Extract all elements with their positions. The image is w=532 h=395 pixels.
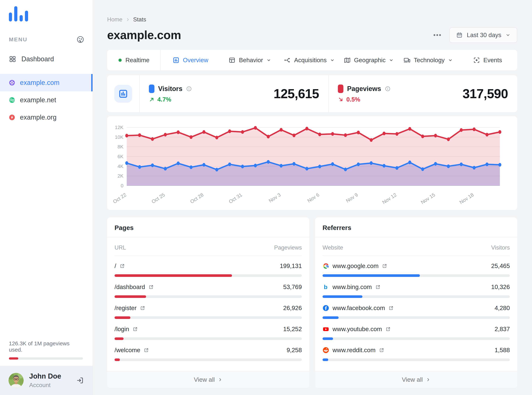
- pageviews-point: [344, 133, 347, 137]
- logout-icon[interactable]: [76, 376, 84, 384]
- pageviews-point: [408, 127, 411, 131]
- table-row: /login15,252: [115, 319, 302, 340]
- page-url-link[interactable]: /: [115, 263, 125, 269]
- visitors-point: [485, 162, 488, 166]
- y-axis-tick-label: 8K: [118, 144, 123, 149]
- chevron-down-icon: [330, 58, 335, 63]
- pageviews-point: [241, 130, 244, 134]
- row-label: /register: [115, 305, 136, 312]
- main-content: Home Stats example.com: [93, 0, 532, 395]
- page-url-link[interactable]: /welcome: [115, 347, 149, 354]
- usage-bar: [115, 316, 302, 319]
- y-axis-tick-label: 12K: [115, 125, 123, 130]
- referrers-view-all-button[interactable]: View all: [315, 371, 517, 388]
- sidebar-item-example.com[interactable]: example.com: [0, 74, 93, 91]
- site-list: example.comexample.netexample.org: [0, 74, 93, 126]
- usage-bar: [115, 295, 302, 298]
- usage-bar: [323, 316, 510, 319]
- breadcrumb-home[interactable]: Home: [107, 16, 123, 23]
- usage-bar: [115, 274, 302, 277]
- row-value: 53,769: [283, 284, 302, 291]
- pageviews-point: [177, 130, 180, 134]
- visitors-point: [460, 162, 463, 166]
- pageviews-point: [318, 132, 321, 136]
- tab-label: Acquisitions: [294, 57, 327, 64]
- pageviews-point: [215, 136, 218, 139]
- pageviews-point: [383, 132, 386, 135]
- overview-icon: [173, 57, 179, 64]
- pageviews-point: [190, 135, 192, 139]
- external-link-icon: [140, 305, 145, 311]
- sidebar-item-example.net[interactable]: example.net: [0, 91, 93, 109]
- page-url-link[interactable]: /login: [115, 326, 138, 333]
- row-label: /: [115, 263, 116, 269]
- page-url-link[interactable]: /dashboard: [115, 284, 154, 291]
- tab-label: Events: [483, 57, 502, 64]
- site-org-icon: [9, 114, 15, 121]
- app-logo-icon[interactable]: [9, 6, 93, 22]
- referrer-link[interactable]: bwww.bing.com: [323, 284, 381, 291]
- visitors-swatch: [149, 85, 154, 93]
- sidebar-item-example.org[interactable]: example.org: [0, 109, 93, 126]
- info-icon[interactable]: [385, 86, 391, 92]
- x-axis-tick-label: Nov 3: [268, 192, 282, 204]
- more-actions-icon[interactable]: [432, 30, 442, 40]
- google-favicon: [323, 263, 329, 269]
- row-value: 10,326: [491, 284, 510, 291]
- date-range-button[interactable]: Last 30 days: [449, 27, 517, 43]
- tab-overview[interactable]: Overview: [161, 50, 220, 71]
- referrer-link[interactable]: www.reddit.com: [323, 347, 384, 354]
- referrer-link[interactable]: www.youtube.com: [323, 326, 391, 333]
- tab-acquisitions[interactable]: Acquisitions: [280, 50, 339, 71]
- page-url-link[interactable]: /register: [115, 305, 145, 312]
- x-axis-tick-label: Nov 12: [381, 192, 398, 205]
- tab-geographic[interactable]: Geographic: [339, 50, 398, 71]
- visitors-point: [202, 163, 205, 167]
- traffic-chart: 02K4K6K8K10K12KOct 22Oct 25Oct 28Oct 31N…: [112, 119, 510, 208]
- tab-technology[interactable]: Technology: [398, 50, 458, 71]
- referrers-title: Referrers: [315, 217, 517, 237]
- info-icon[interactable]: [186, 86, 192, 92]
- tab-label: Realtime: [125, 57, 149, 64]
- visitors-point: [383, 164, 386, 168]
- pageviews-point: [331, 132, 334, 136]
- column-header-website: Website: [323, 244, 343, 251]
- external-link-icon: [132, 326, 138, 332]
- visitors-point: [125, 161, 128, 165]
- referrer-link[interactable]: www.google.com: [323, 263, 387, 269]
- site-label: example.net: [20, 96, 56, 104]
- theme-icon[interactable]: [76, 35, 84, 44]
- usage-bar: [323, 274, 510, 277]
- visitors-point: [151, 163, 154, 167]
- account-row[interactable]: John Doe Account: [0, 366, 93, 395]
- tab-realtime[interactable]: Realtime: [107, 50, 161, 71]
- visitors-point: [357, 162, 360, 166]
- row-label: /login: [115, 326, 129, 333]
- calendar-icon: [456, 32, 463, 38]
- external-link-icon: [379, 347, 384, 353]
- row-label: www.bing.com: [332, 284, 372, 291]
- visitors-point: [396, 166, 398, 170]
- chevron-down-icon: [266, 58, 271, 63]
- usage-bar: [115, 358, 302, 361]
- date-range-label: Last 30 days: [467, 32, 501, 38]
- x-axis-tick-label: Nov 18: [459, 192, 475, 205]
- table-row: bwww.bing.com10,326: [323, 277, 510, 298]
- pages-view-all-button[interactable]: View all: [107, 371, 309, 388]
- table-row: www.google.com25,465: [323, 256, 510, 277]
- referrer-link[interactable]: www.facebook.com: [323, 305, 394, 312]
- sidebar-item-dashboard[interactable]: Dashboard: [0, 55, 93, 63]
- pageviews-point: [202, 130, 205, 134]
- pageviews-point: [434, 134, 437, 137]
- visitors-point: [305, 167, 308, 170]
- visitors-point: [447, 165, 450, 168]
- chevron-right-icon: [218, 377, 223, 382]
- chevron-down-icon: [389, 58, 394, 63]
- usage-bar: [323, 295, 510, 298]
- pageviews-point: [370, 138, 373, 142]
- tab-behavior[interactable]: Behavior: [220, 50, 280, 71]
- row-label: /welcome: [115, 347, 140, 354]
- tab-events[interactable]: Events: [458, 50, 517, 71]
- external-link-icon: [382, 263, 387, 269]
- pageviews-point: [396, 132, 398, 136]
